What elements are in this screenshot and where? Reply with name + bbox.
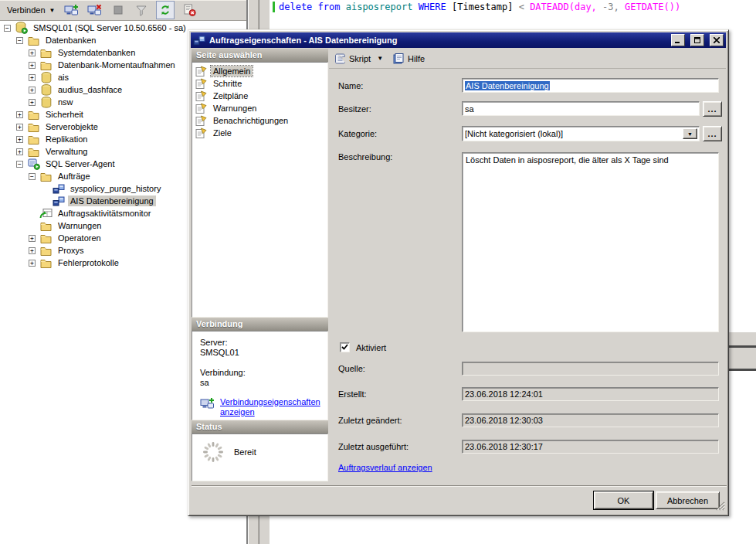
view-connection-properties-link[interactable]: Verbindungseigenschaften anzeigen — [220, 397, 320, 417]
page-item-ziele[interactable]: Ziele — [192, 127, 327, 139]
tree-item-label[interactable]: ais — [56, 72, 71, 83]
page-item-label[interactable]: Benachrichtigungen — [211, 115, 290, 126]
chevron-down-icon: ▼ — [49, 7, 56, 14]
tree-item-label[interactable]: Warnungen — [56, 220, 103, 231]
expand-icon[interactable]: + — [16, 136, 23, 143]
modified-field: 23.06.2018 12:30:03 — [462, 413, 719, 427]
connect-icon[interactable] — [63, 2, 80, 19]
collapse-icon[interactable]: − — [29, 173, 36, 180]
page-item-label[interactable]: Warnungen — [211, 103, 259, 114]
name-input[interactable]: AIS Datenbereinigung — [462, 78, 719, 93]
expand-icon[interactable]: + — [16, 111, 23, 118]
expand-icon[interactable]: + — [29, 260, 36, 267]
tree-item-label[interactable]: audius_dashface — [56, 84, 124, 95]
expand-icon[interactable]: + — [29, 62, 36, 69]
owner-label: Besitzer: — [338, 104, 371, 114]
tree-item-label[interactable]: Operatoren — [56, 233, 103, 243]
page-item-schritte[interactable]: Schritte — [192, 77, 327, 90]
expand-icon[interactable]: + — [16, 124, 23, 131]
page-icon — [195, 66, 207, 76]
page-item-label[interactable]: Zeitpläne — [211, 90, 250, 101]
progress-spinner-icon — [202, 440, 225, 464]
checkmark-icon — [341, 344, 348, 351]
page-item-warnungen[interactable]: Warnungen — [192, 102, 327, 114]
tree-item-label[interactable]: Datenbank-Momentaufnahmen — [56, 60, 178, 70]
close-button[interactable] — [710, 34, 724, 46]
tree-item-label[interactable]: AIS Datenbereinigung — [68, 196, 156, 206]
tree-item-label[interactable]: syspolicy_purge_history — [68, 183, 163, 194]
category-select[interactable]: [Nicht kategorisiert (lokal)] ▼ — [462, 126, 700, 141]
tree-item-label[interactable]: Replikation — [43, 134, 90, 144]
minimize-button[interactable] — [671, 34, 685, 46]
script-button[interactable]: Skript — [349, 54, 371, 63]
connect-label: Verbinden — [7, 5, 46, 15]
page-item-zeitpläne[interactable]: Zeitpläne — [192, 90, 327, 102]
db-icon — [39, 97, 53, 108]
owner-browse-button[interactable]: ... — [703, 101, 722, 117]
expand-icon[interactable]: + — [29, 49, 36, 56]
tree-item-label[interactable]: Datenbanken — [43, 35, 98, 46]
owner-input[interactable]: sa — [462, 101, 700, 116]
folder-icon — [27, 36, 40, 46]
select-page-header: Seite auswählen — [192, 49, 328, 62]
sql-token: delete from — [279, 2, 346, 12]
tree-item-label[interactable]: nsw — [56, 97, 76, 107]
tree-item-label[interactable]: SMSQL01 (SQL Server 10.50.6560 - sa) — [31, 22, 188, 33]
tree-item-label[interactable]: SQL Server-Agent — [43, 158, 117, 169]
expand-icon[interactable]: + — [16, 148, 23, 155]
folder-icon — [27, 134, 40, 144]
refresh-icon[interactable] — [156, 1, 175, 19]
script-error-icon[interactable] — [181, 2, 198, 19]
ok-button[interactable]: OK — [594, 491, 653, 509]
page-item-label[interactable]: Allgemein — [211, 66, 253, 76]
tree-item-label[interactable]: Serverobjekte — [43, 121, 100, 132]
sql-statement[interactable]: delete from aisposreport WHERE [Timestam… — [279, 2, 680, 12]
tree-item-label[interactable]: Auftragsaktivitätsmonitor — [56, 208, 153, 219]
sql-token: GETDATE()) — [625, 2, 680, 12]
tree-item-label[interactable]: Fehlerprotokolle — [56, 257, 121, 268]
help-button[interactable]: Hilfe — [408, 54, 425, 63]
expand-icon[interactable]: + — [29, 74, 36, 81]
page-item-label[interactable]: Schritte — [211, 78, 244, 89]
collapse-icon[interactable]: − — [4, 25, 11, 32]
connect-dropdown-button[interactable]: Verbinden ▼ — [5, 4, 57, 16]
filter-icon[interactable] — [133, 2, 150, 19]
dialog-title: Auftragseigenschaften - AIS Datenbereini… — [209, 36, 666, 45]
page-item-benachrichtigungen[interactable]: Benachrichtigungen — [192, 114, 327, 127]
view-job-history-link[interactable]: Auftragsverlauf anzeigen — [338, 463, 432, 472]
cancel-button[interactable]: Abbrechen — [656, 491, 720, 509]
page-item-label[interactable]: Ziele — [211, 128, 234, 138]
source-label: Quelle: — [338, 364, 365, 373]
tree-item-label[interactable]: Sicherheit — [43, 109, 86, 120]
tree-item-label[interactable]: Verwaltung — [43, 146, 90, 157]
tree-item-label[interactable]: Aufträge — [56, 171, 93, 182]
collapse-icon[interactable]: − — [16, 161, 23, 168]
connection-properties-icon — [200, 397, 215, 410]
chevron-down-icon[interactable]: ▼ — [377, 55, 383, 62]
expand-icon[interactable]: + — [29, 99, 36, 106]
expand-icon[interactable]: + — [29, 247, 36, 254]
disconnect-icon[interactable] — [86, 2, 103, 19]
page-item-allgemein[interactable]: Allgemein — [192, 65, 327, 77]
dialog-titlebar[interactable]: Auftragseigenschaften - AIS Datenbereini… — [191, 32, 726, 48]
resize-grip[interactable] — [715, 501, 725, 512]
status-panel: Bereit — [192, 434, 328, 481]
stop-icon[interactable] — [110, 2, 127, 19]
server-icon — [15, 22, 28, 34]
enabled-label: Aktiviert — [356, 343, 386, 352]
collapse-icon[interactable]: − — [16, 37, 23, 44]
tree-item-label[interactable]: Systemdatenbanken — [56, 47, 137, 58]
maximize-button[interactable] — [690, 34, 704, 46]
description-label: Beschreibung: — [338, 152, 392, 162]
expand-icon[interactable]: + — [29, 87, 36, 94]
combo-dropdown-icon[interactable]: ▼ — [683, 128, 697, 139]
category-browse-button[interactable]: ... — [703, 126, 722, 141]
enabled-checkbox[interactable] — [340, 342, 350, 352]
tree-item-label[interactable]: Proxys — [56, 245, 86, 256]
description-textarea[interactable]: Löscht Daten in aisposreport, die älter … — [462, 152, 719, 332]
monitor-icon — [39, 208, 53, 219]
folder-icon — [39, 48, 53, 58]
name-value: AIS Datenbereinigung — [465, 81, 550, 90]
agent-icon — [27, 158, 40, 170]
expand-icon[interactable]: + — [29, 235, 36, 242]
